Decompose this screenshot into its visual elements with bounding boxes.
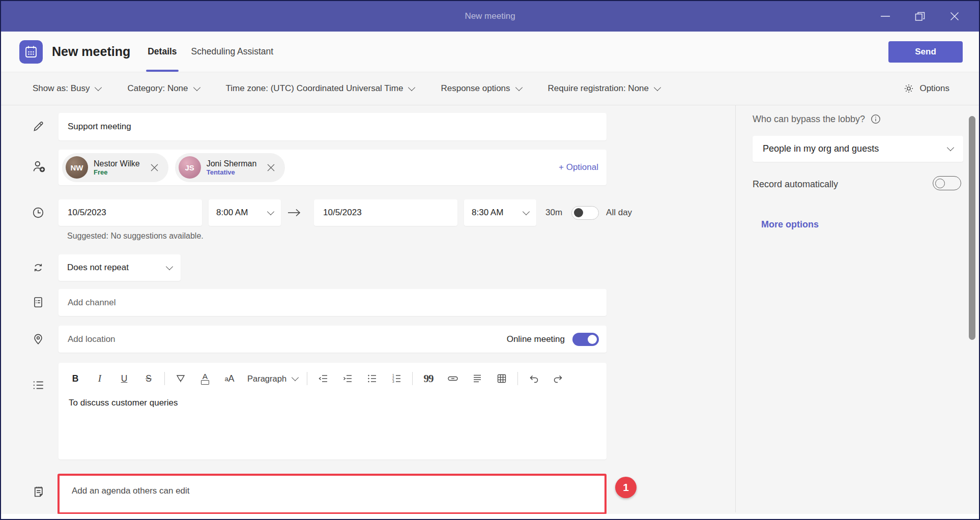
start-date-input[interactable]: 10/5/2023 — [59, 199, 202, 226]
channel-icon — [32, 296, 45, 309]
datetime-row: 10/5/2023 8:00 AM 10/5/2023 8:30 AM 30m … — [59, 199, 632, 226]
chevron-down-icon — [947, 144, 954, 151]
lobby-question-label: Who can bypass the lobby? — [753, 113, 881, 125]
attendee-status: Free — [94, 168, 140, 177]
online-meeting-toggle[interactable] — [572, 333, 599, 346]
font-size-icon[interactable]: aA — [221, 371, 238, 386]
add-channel-input[interactable] — [59, 289, 607, 316]
add-channel-field — [59, 289, 607, 316]
require-registration-dropdown[interactable]: Require registration: None — [548, 83, 660, 94]
numbered-list-icon[interactable]: 1 2 3 — [388, 371, 405, 386]
attendee-chip[interactable]: NW Nestor Wilke Free — [62, 153, 168, 182]
arrow-right-icon — [281, 208, 307, 218]
attendee-status: Tentative — [207, 168, 257, 177]
chevron-down-icon — [408, 83, 415, 91]
info-icon[interactable] — [870, 113, 881, 125]
avatar: NW — [66, 156, 88, 179]
options-button[interactable]: Options — [903, 83, 949, 94]
duration-label: 30m — [545, 208, 562, 218]
record-automatically-label: Record automatically — [753, 179, 838, 190]
repeat-icon — [32, 261, 45, 274]
all-day-toggle[interactable] — [571, 206, 599, 220]
panel-divider — [735, 105, 736, 512]
indent-icon[interactable] — [339, 371, 356, 386]
tab-scheduling-assistant[interactable]: Scheduling Assistant — [184, 32, 281, 72]
calendar-app-icon — [19, 40, 43, 64]
bold-icon[interactable]: B — [67, 371, 84, 386]
add-optional-attendees-link[interactable]: + Optional — [559, 162, 598, 172]
lobby-bypass-dropdown[interactable]: People in my org and guests — [753, 136, 963, 162]
end-date-input[interactable]: 10/5/2023 — [314, 199, 457, 226]
location-icon — [32, 332, 45, 345]
pencil-icon — [32, 120, 45, 133]
titlebar-title: New meeting — [465, 11, 515, 21]
attendee-name: Nestor Wilke — [94, 159, 140, 168]
avatar: JS — [179, 156, 201, 179]
new-meeting-window: New meeting — [0, 0, 980, 520]
meeting-title-field — [59, 113, 607, 140]
chevron-down-icon — [515, 83, 522, 91]
insert-table-icon[interactable] — [493, 371, 510, 386]
time-suggestion-text: Suggested: No suggestions available. — [67, 232, 204, 241]
chevron-down-icon — [654, 83, 661, 91]
attendees-field[interactable]: NW Nestor Wilke Free JS Joni Sherman Ten… — [59, 150, 607, 185]
close-icon[interactable] — [948, 10, 961, 22]
titlebar: New meeting — [1, 1, 979, 32]
paragraph-style-dropdown[interactable]: Paragraph — [245, 371, 300, 386]
chevron-down-icon — [292, 373, 299, 381]
all-day-label: All day — [606, 208, 632, 218]
remove-attendee-icon[interactable] — [267, 163, 275, 172]
outdent-icon[interactable] — [314, 371, 332, 386]
end-time-dropdown[interactable]: 8:30 AM — [464, 199, 536, 226]
undo-icon[interactable] — [525, 371, 542, 386]
highlighter-icon[interactable] — [172, 371, 189, 386]
active-tab-underline — [146, 70, 178, 72]
record-automatically-toggle[interactable] — [933, 176, 961, 190]
chevron-down-icon — [166, 263, 173, 270]
online-meeting-label: Online meeting — [507, 334, 565, 344]
response-options-dropdown[interactable]: Response options — [441, 83, 521, 94]
svg-text:3: 3 — [392, 380, 394, 383]
timezone-dropdown[interactable]: Time zone: (UTC) Coordinated Universal T… — [226, 83, 415, 94]
description-editor[interactable]: B I U S A aA Paragraph — [59, 363, 607, 459]
panel-scrollbar[interactable] — [969, 116, 975, 340]
show-as-dropdown[interactable]: Show as: Busy — [33, 83, 101, 94]
chevron-down-icon — [193, 83, 200, 91]
tab-details[interactable]: Details — [140, 32, 184, 72]
underline-icon[interactable]: U — [116, 371, 133, 386]
chevron-down-icon — [523, 208, 530, 215]
description-icon — [32, 379, 45, 392]
send-button[interactable]: Send — [888, 41, 963, 63]
blockquote-icon[interactable]: 99 — [420, 371, 437, 386]
add-location-field: Online meeting — [59, 326, 607, 353]
bullet-list-icon[interactable] — [363, 371, 381, 386]
agenda-input[interactable] — [60, 476, 604, 496]
meeting-title-input[interactable] — [59, 113, 607, 140]
annotation-step-badge: 1 — [615, 477, 637, 498]
agenda-field-annotation-box — [57, 474, 607, 514]
italic-icon[interactable]: I — [91, 371, 108, 386]
add-location-input[interactable] — [59, 326, 507, 353]
header: New meeting Details Scheduling Assistant… — [1, 32, 979, 72]
category-dropdown[interactable]: Category: None — [127, 83, 199, 94]
tab-bar: Details Scheduling Assistant — [140, 32, 280, 72]
clock-icon — [32, 206, 45, 219]
font-color-icon[interactable]: A — [196, 371, 214, 386]
description-text[interactable]: To discuss customer queries — [69, 398, 607, 408]
attendee-chip[interactable]: JS Joni Sherman Tentative — [175, 153, 285, 182]
remove-attendee-icon[interactable] — [150, 163, 159, 172]
strikethrough-icon[interactable]: S — [140, 371, 157, 386]
align-text-icon[interactable] — [469, 371, 486, 386]
more-options-link[interactable]: More options — [761, 219, 819, 230]
restore-window-icon[interactable] — [914, 10, 926, 22]
repeat-dropdown[interactable]: Does not repeat — [59, 254, 181, 281]
redo-icon[interactable] — [550, 371, 567, 386]
minimize-icon[interactable] — [879, 10, 891, 22]
meeting-options-bar: Show as: Busy Category: None Time zone: … — [1, 72, 979, 105]
formatting-toolbar: B I U S A aA Paragraph — [59, 363, 607, 386]
link-icon[interactable] — [444, 371, 462, 386]
page-title: New meeting — [52, 44, 130, 59]
meeting-form: NW Nestor Wilke Free JS Joni Sherman Ten… — [1, 105, 979, 519]
bottom-strip — [1, 514, 979, 519]
start-time-dropdown[interactable]: 8:00 AM — [209, 199, 281, 226]
